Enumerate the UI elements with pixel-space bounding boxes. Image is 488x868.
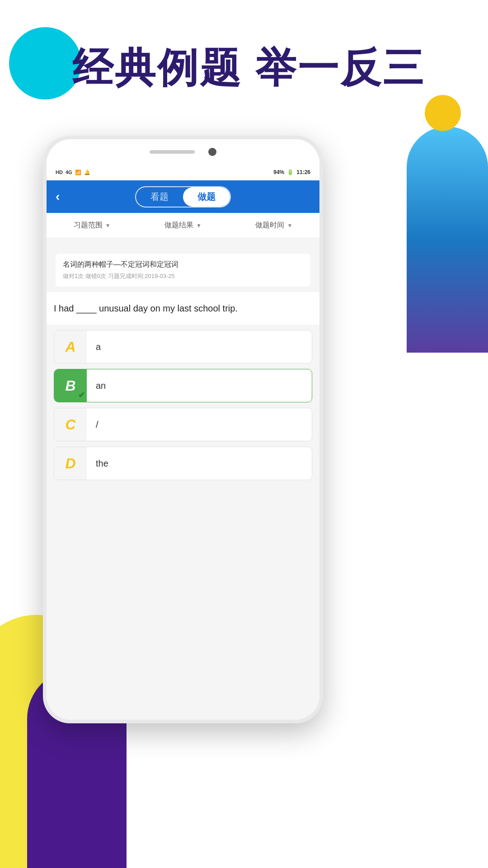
- phone-speaker: [150, 150, 195, 154]
- status-left: HD 4G 📶 🔔: [56, 170, 90, 175]
- option-b-text: an: [87, 381, 115, 391]
- phone-outer: HD 4G 📶 🔔 94% 🔋 11:26 ‹ 看题 做题: [43, 136, 323, 723]
- option-a-text: a: [87, 342, 110, 352]
- bg-circle-yellow: [425, 95, 461, 131]
- time-text: 11:26: [296, 169, 310, 175]
- phone-content: 习题范围 ▼ 做题结果 ▼ 做题时间 ▼ 名词的: [47, 213, 319, 720]
- phone-mockup: HD 4G 📶 🔔 94% 🔋 11:26 ‹ 看题 做题: [43, 136, 323, 805]
- bg-circle-blue: [9, 27, 81, 99]
- option-b-letter: B: [65, 377, 75, 394]
- option-d-text: the: [87, 458, 117, 469]
- check-icon: ✔: [78, 390, 85, 400]
- option-c-letter: C: [65, 416, 75, 433]
- filter-time-label: 做题时间: [255, 221, 284, 230]
- nav-bar: ‹ 看题 做题: [47, 180, 319, 213]
- spacer-1: [47, 238, 319, 245]
- filter-range[interactable]: 习题范围 ▼: [74, 221, 111, 230]
- option-a[interactable]: A a: [54, 330, 312, 363]
- question-area: I had ____ unusual day on my last school…: [47, 292, 319, 325]
- filter-time[interactable]: 做题时间 ▼: [255, 221, 292, 230]
- filter-result-label: 做题结果: [164, 221, 193, 230]
- option-d-label: D: [54, 447, 87, 480]
- question-text: I had ____ unusual day on my last school…: [54, 301, 312, 316]
- category-title: 名词的两种帽子—不定冠词和定冠词: [63, 260, 303, 269]
- status-icons: HD 4G 📶 🔔: [56, 170, 90, 175]
- option-d-letter: D: [65, 455, 75, 472]
- filter-bar: 习题范围 ▼ 做题结果 ▼ 做题时间 ▼: [47, 213, 319, 238]
- filter-range-arrow: ▼: [105, 222, 111, 229]
- battery-icon: 🔋: [287, 169, 294, 175]
- page-title: 经典例题 举一反三: [72, 41, 425, 96]
- category-card: 名词的两种帽子—不定冠词和定冠词 做对1次 做错0次 习题完成时间:2019-0…: [56, 254, 310, 287]
- content-area: 名词的两种帽子—不定冠词和定冠词 做对1次 做错0次 习题完成时间:2019-0…: [47, 245, 319, 287]
- back-button[interactable]: ‹: [56, 189, 60, 204]
- option-b-label: B ✔: [54, 369, 87, 402]
- option-b[interactable]: B ✔ an: [54, 369, 312, 402]
- option-c[interactable]: C /: [54, 408, 312, 441]
- tab-view[interactable]: 看题: [136, 187, 183, 207]
- bg-shape-blue-right: [407, 127, 488, 353]
- tab-do[interactable]: 做题: [183, 187, 230, 207]
- option-a-label: A: [54, 330, 87, 363]
- filter-range-label: 习题范围: [74, 221, 103, 230]
- option-c-label: C: [54, 408, 87, 441]
- status-right: 94% 🔋 11:26: [273, 169, 310, 175]
- nav-tabs: 看题 做题: [135, 186, 231, 208]
- option-c-text: /: [87, 420, 108, 430]
- option-d[interactable]: D the: [54, 447, 312, 480]
- phone-notch: [47, 139, 319, 164]
- filter-result[interactable]: 做题结果 ▼: [164, 221, 202, 230]
- category-meta: 做对1次 做错0次 习题完成时间:2019-03-25: [63, 272, 303, 280]
- filter-result-arrow: ▼: [196, 222, 202, 229]
- status-bar: HD 4G 📶 🔔 94% 🔋 11:26: [47, 164, 319, 180]
- options-area: A a B ✔ an C: [47, 330, 319, 480]
- battery-text: 94%: [273, 169, 284, 175]
- phone-camera: [208, 148, 216, 156]
- filter-time-arrow: ▼: [287, 222, 292, 229]
- phone-inner: HD 4G 📶 🔔 94% 🔋 11:26 ‹ 看题 做题: [47, 139, 319, 720]
- option-a-letter: A: [65, 339, 75, 355]
